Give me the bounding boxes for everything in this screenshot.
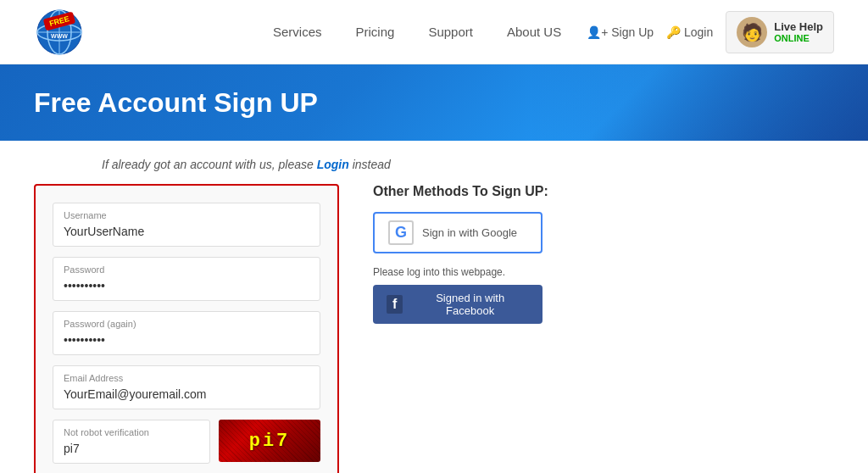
captcha-label: Not robot verification <box>64 427 199 437</box>
password2-input[interactable] <box>64 333 309 347</box>
username-label: Username <box>64 210 309 220</box>
live-help-status: ONLINE <box>774 33 823 43</box>
password-field-group: Password <box>53 257 320 301</box>
google-icon: G <box>388 220 414 245</box>
logo-area: FREE WWW <box>34 7 85 58</box>
already-account-text: If already got an account with us, pleas… <box>102 158 834 171</box>
email-field-group: Email Address <box>53 365 320 409</box>
live-help-widget[interactable]: 🧑 Live Help ONLINE <box>726 11 834 53</box>
facebook-signin-label: Signed in with Facebook <box>411 292 529 317</box>
nav-services[interactable]: Services <box>273 25 322 39</box>
please-log-text: Please log into this webpage. <box>373 266 559 278</box>
nav-support[interactable]: Support <box>428 25 473 39</box>
header-actions: 👤+ Sign Up 🔑 Login <box>587 25 713 39</box>
username-field-group: Username <box>53 203 320 247</box>
nav-pricing[interactable]: Pricing <box>356 25 395 39</box>
signup-link[interactable]: 👤+ Sign Up <box>587 25 654 39</box>
google-signin-label: Sign in with Google <box>422 226 517 239</box>
login-inline-link[interactable]: Login <box>317 158 349 171</box>
email-input[interactable] <box>64 387 309 401</box>
live-help-text: Live Help ONLINE <box>774 20 823 43</box>
captcha-input-group: Not robot verification <box>53 420 210 464</box>
google-signin-button[interactable]: G Sign in with Google <box>373 212 542 253</box>
main-content: If already got an account with us, pleas… <box>0 141 868 473</box>
svg-text:WWW: WWW <box>51 33 68 39</box>
username-input[interactable] <box>64 225 309 238</box>
hero-banner: Free Account Sign UP <box>0 64 868 141</box>
facebook-icon: f <box>387 295 403 314</box>
password-label: Password <box>64 264 309 275</box>
live-help-label: Live Help <box>774 20 823 33</box>
main-nav: Services Pricing Support About US <box>273 25 561 39</box>
live-help-avatar: 🧑 <box>737 17 767 47</box>
logo-icon: FREE WWW <box>34 7 85 58</box>
login-icon: 🔑 <box>666 25 681 39</box>
captcha-image: pi7 <box>219 420 320 462</box>
password2-field-group: Password (again) <box>53 311 320 355</box>
password2-label: Password (again) <box>64 319 309 329</box>
user-plus-icon: 👤+ <box>587 25 608 39</box>
facebook-signin-button[interactable]: f Signed in with Facebook <box>373 285 542 324</box>
nav-about[interactable]: About US <box>507 25 561 39</box>
form-area: Username Password Password (again) Email… <box>34 184 834 473</box>
login-link[interactable]: 🔑 Login <box>666 25 713 39</box>
page-title: Free Account Sign UP <box>34 87 318 119</box>
other-methods-title: Other Methods To Sign UP: <box>373 184 559 199</box>
other-methods-panel: Other Methods To Sign UP: G Sign in with… <box>373 184 559 324</box>
password-input[interactable] <box>64 279 309 292</box>
email-label: Email Address <box>64 373 309 383</box>
captcha-row: Not robot verification pi7 <box>53 420 320 464</box>
captcha-display-text: pi7 <box>249 431 291 452</box>
signup-form-box: Username Password Password (again) Email… <box>34 184 339 473</box>
header: FREE WWW Services Pricing Support About … <box>0 0 868 64</box>
captcha-input[interactable] <box>64 442 199 455</box>
